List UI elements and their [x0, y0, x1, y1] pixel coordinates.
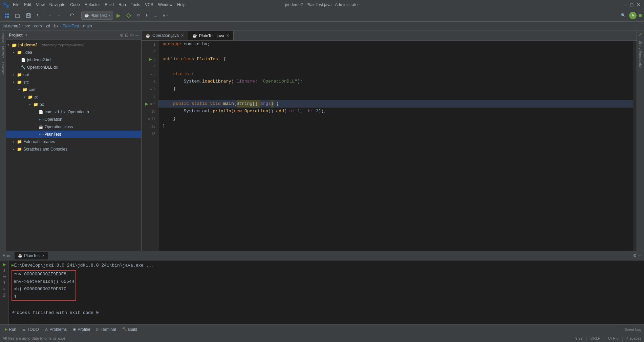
indent-setting[interactable]: 4 spaces — [626, 336, 641, 340]
project-tool-icon[interactable]: Project — [1, 32, 5, 44]
tree-item-operation-class[interactable]: ☕ Operation.class — [6, 123, 141, 131]
run-button[interactable]: ▶ — [114, 11, 123, 20]
tab-operation[interactable]: ☕ Operation.java ✕ — [142, 31, 188, 40]
tab-plaintest-close[interactable]: ✕ — [226, 33, 229, 38]
print-btn[interactable]: 🖨 — [2, 292, 6, 297]
run-tab-plaintest[interactable]: ☕ PlainTest ✕ — [15, 252, 48, 259]
translate-btn[interactable]: A→ — [161, 11, 171, 20]
tree-item-idea[interactable]: 📁 .idea — [6, 49, 141, 56]
breadcrumb-jni-demo2[interactable]: jni-demo2 — [3, 24, 21, 28]
string-manipulation-icon[interactable]: String Manipulation — [639, 41, 642, 70]
problems-tool-btn[interactable]: ⚠ Problems — [43, 326, 69, 333]
tab-plaintest[interactable]: ☕ PlainTest.java ✕ — [188, 31, 234, 40]
title-bar-menu-code[interactable]: Code — [69, 2, 81, 7]
open-file-btn[interactable] — [13, 11, 22, 20]
code-content[interactable]: package com.zd.bx; public class PlainTes… — [158, 41, 633, 251]
title-bar-menu-help[interactable]: Help — [176, 2, 187, 7]
title-bar-menu-window[interactable]: Window — [157, 2, 174, 7]
run-tool-btn[interactable]: ▶ Run — [3, 326, 18, 333]
structure-tool-icon[interactable]: Structure — [1, 45, 5, 60]
arrow-com — [18, 88, 22, 91]
event-log-btn[interactable]: Event Log — [624, 327, 641, 332]
tree-item-root[interactable]: 📁 jni-demo2 E:\IdeaMyProject\jni-demo2 — [6, 41, 141, 49]
more-btn[interactable]: … — [152, 11, 159, 20]
update-button[interactable]: ⬇ — [143, 11, 150, 20]
src-label: src — [23, 80, 29, 85]
back-btn[interactable]: ← — [46, 11, 54, 20]
title-bar-menu-refactor[interactable]: Refactor — [83, 2, 101, 7]
arrow-src — [13, 81, 17, 84]
window-title: jni-demo2 - PlainTest.java - Administrat… — [285, 2, 359, 7]
project-icon-btn[interactable] — [2, 11, 12, 20]
editor-scrollbar[interactable] — [633, 41, 637, 251]
tree-item-src[interactable]: 📁 src — [6, 78, 141, 86]
title-bar-menu-tools[interactable]: Tools — [129, 2, 142, 7]
save-btn[interactable] — [24, 11, 33, 20]
tree-item-plaintest[interactable]: ● ○ PlainTest — [6, 131, 141, 138]
build-button[interactable] — [124, 11, 133, 20]
run-gutter-arrow-9[interactable]: ▶ — [145, 101, 148, 106]
run-tool-icon: ▶ — [5, 327, 7, 332]
run-tab-close[interactable]: ✕ — [42, 254, 45, 257]
breadcrumb-src[interactable]: src — [25, 24, 30, 28]
wrap-btn[interactable]: ≡ — [3, 286, 6, 291]
run-tool-label: Run — [9, 327, 16, 332]
breadcrumb-main[interactable]: main — [83, 24, 92, 28]
breadcrumb-com[interactable]: com — [34, 24, 42, 28]
breadcrumb-bx[interactable]: bx — [54, 24, 59, 28]
run-settings-btn[interactable]: ⚙ — [633, 253, 637, 258]
expand-btn[interactable]: ⬆ — [2, 280, 6, 285]
search-everywhere-btn[interactable]: 🔍 — [619, 11, 628, 20]
build-tool-btn[interactable]: 🔨 Build — [120, 326, 139, 333]
title-bar-menu-build[interactable]: Build — [103, 2, 115, 7]
run-gutter-arrow-3[interactable]: ▶ — [149, 57, 152, 62]
collapse-all-btn[interactable]: ⊟ — [125, 32, 129, 38]
refresh-btn[interactable]: ↻ — [35, 11, 42, 20]
breadcrumb-plaintest[interactable]: PlainTest — [63, 24, 79, 28]
line-ending[interactable]: CRLF — [591, 336, 600, 340]
breadcrumb-zd[interactable]: zd — [46, 24, 50, 28]
favorites-tool-icon[interactable]: Favorites — [1, 61, 5, 76]
tree-item-op-h[interactable]: 📄 com_zd_bx_Operation.h — [6, 108, 141, 116]
rerun-program-btn[interactable]: ▶ — [3, 262, 6, 267]
forward-btn[interactable]: → — [55, 11, 63, 20]
file-encoding[interactable]: UTF-8 — [608, 336, 619, 340]
profiler-tool-btn[interactable]: ◉ Profiler — [71, 326, 92, 333]
locate-file-btn[interactable]: ⊕ — [120, 32, 124, 38]
undo-btn[interactable] — [67, 11, 77, 20]
tree-item-iml[interactable]: 📄 jni-demo2.iml — [6, 56, 141, 64]
title-bar-menu-view[interactable]: View — [35, 2, 46, 7]
run-hide-btn[interactable]: ─ — [638, 253, 641, 258]
todo-tool-btn[interactable]: ☰ TODO — [20, 326, 41, 333]
tree-item-com[interactable]: 📁 com — [6, 86, 141, 93]
title-bar-menu-vcs[interactable]: VCS — [144, 2, 155, 7]
hide-panel-btn[interactable]: ─ — [135, 32, 138, 38]
minimize-button[interactable]: ─ — [622, 2, 628, 7]
settings-btn[interactable]: ⚙ — [130, 32, 134, 38]
tree-item-zd[interactable]: 📁 zd — [6, 93, 141, 101]
tree-item-out[interactable]: 📁 out — [6, 71, 141, 78]
close-button[interactable]: ✕ — [636, 2, 641, 7]
tree-item-bx[interactable]: 📁 bx — [6, 101, 141, 108]
tree-item-dll[interactable]: 🔧 OperationDLL.dll — [6, 64, 141, 71]
tree-item-scratches[interactable]: 📁 Scratches and Consoles — [6, 145, 141, 153]
title-bar-menu-edit[interactable]: Edit — [23, 2, 33, 7]
title-bar-menu-file[interactable]: File — [12, 2, 21, 7]
status-bar: All files are up-to-date (moments ago) 9… — [0, 334, 644, 342]
com-label: com — [29, 87, 37, 92]
stop-btn[interactable]: ⬇ — [2, 268, 6, 273]
filter-btn[interactable]: ☰ — [2, 274, 6, 279]
tree-item-operation[interactable]: ● ○ Operation — [6, 116, 141, 123]
maximize-button[interactable]: □ — [629, 2, 635, 7]
bottom-toolbar: ▶ Run ☰ TODO ⚠ Problems ◉ Profiler ▷ Ter… — [0, 324, 644, 334]
terminal-tool-btn[interactable]: ▷ Terminal — [94, 326, 118, 333]
title-bar-menu-navigate[interactable]: Navigate — [48, 2, 67, 7]
cursor-position[interactable]: 9:29 — [575, 336, 582, 340]
title-bar-menu-run[interactable]: Run — [117, 2, 127, 7]
tree-item-ext-lib[interactable]: 📁 External Libraries — [6, 138, 141, 145]
rerun-button[interactable]: ↺ — [135, 11, 142, 20]
run-tab-bar: Run: ☕ PlainTest ✕ ⚙ ─ — [0, 251, 644, 260]
run-config-selector[interactable]: ☕ PlainTest ▾ — [81, 12, 113, 20]
tab-operation-close[interactable]: ✕ — [181, 33, 184, 38]
code-line-12: } — [158, 122, 633, 130]
